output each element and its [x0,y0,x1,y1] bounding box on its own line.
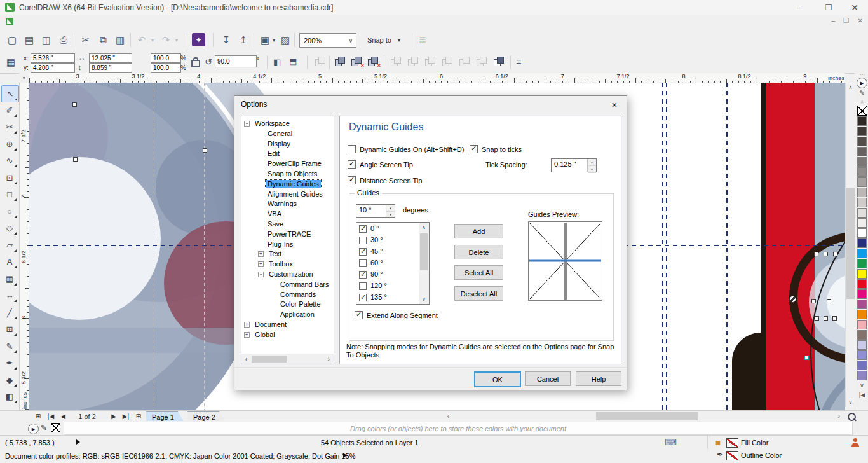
angle-list-item[interactable]: 90 ° [358,269,415,280]
scroll-left-icon[interactable]: ‹ [444,411,453,421]
user-account-icon[interactable] [850,438,860,447]
tree-item-color-palette[interactable]: Color Palette [241,300,334,309]
palette-swatch[interactable] [857,259,867,268]
palette-swatch[interactable] [857,188,867,197]
angle-list-scrollbar[interactable]: ∧ ∨ [419,223,429,304]
cut-icon[interactable]: ✂ [79,33,93,47]
selection-handle[interactable] [804,356,809,360]
doc-no-color-swatch[interactable] [51,423,60,432]
scroll-down-icon[interactable]: ∨ [846,397,855,407]
tree-item-workspace[interactable]: -Workspace [241,119,334,128]
tree-expander-icon[interactable]: - [258,272,264,277]
palette-swatch[interactable] [857,147,867,156]
new-document-icon[interactable]: ▢ [5,33,19,47]
guideline-vertical[interactable] [726,83,728,410]
palette-swatch[interactable] [857,218,867,228]
group-objects-icon[interactable] [334,57,346,67]
angle-scroll-up-icon[interactable]: ∧ [419,223,428,232]
angle-list-item[interactable]: 0 ° [358,223,415,235]
angle-checkbox[interactable] [359,282,367,290]
tree-item-edit[interactable]: Edit [241,149,334,158]
fill-tool[interactable]: ◆ [1,372,18,388]
options-icon[interactable]: ≣ [416,33,430,47]
outline-color-swatch[interactable] [726,451,738,460]
angle-list-item[interactable]: 60 ° [358,258,415,269]
degrees-field[interactable]: 10 ° ▲▼ [356,204,395,218]
tree-scroll-left-icon[interactable]: ‹ [241,354,251,364]
palette-swatch[interactable] [857,137,867,146]
angle-list-item[interactable]: 30 ° [358,235,415,246]
tree-item-vba[interactable]: VBA [241,209,334,219]
palette-swatch[interactable] [857,289,867,299]
document-palette-strip[interactable]: Drag colors (or objects) here to store t… [64,422,853,435]
tree-expander-icon[interactable]: + [244,322,250,328]
palette-swatch[interactable] [857,198,867,207]
tree-item-global[interactable]: +Global [241,330,334,340]
palette-swatch[interactable] [857,340,867,350]
palette-flyout-icon[interactable]: ▶ [28,424,39,434]
angle-scroll-thumb[interactable] [420,233,428,270]
palette-eyedropper-icon[interactable]: ✎ [855,89,868,99]
doc-close-button[interactable]: ✕ [858,17,863,24]
snap-to-dropdown[interactable]: Snap to ▾ [367,33,400,47]
zoom-tool[interactable]: ⊕ [1,136,18,152]
shape-tool[interactable]: ✐ [1,102,18,118]
delete-button[interactable]: Delete [454,245,503,259]
guideline-vertical[interactable] [204,83,205,410]
ellipse-tool[interactable]: ○ [1,204,18,219]
doc-minimize-button[interactable]: – [831,17,835,24]
dynamic-guides-on-checkbox[interactable] [348,145,356,153]
close-button[interactable]: ✕ [844,0,865,15]
angle-checkbox[interactable] [359,271,367,279]
tree-item-commands[interactable]: Commands [241,290,334,300]
tree-item-snap-to-objects[interactable]: Snap to Objects [241,169,334,179]
no-color-swatch[interactable] [857,106,867,116]
palette-swatch[interactable] [857,208,867,218]
connector-tool[interactable]: ╱ [1,305,18,321]
palette-swatch[interactable] [857,300,867,309]
launch-apps-icon[interactable]: ▣ [258,33,272,47]
ungroup-all-icon[interactable]: × [367,57,379,67]
scroll-up-icon[interactable]: ∧ [846,83,855,92]
interactive-fill-tool[interactable]: ◧ [1,389,18,404]
welcome-screen-icon[interactable]: ▨ [278,33,292,47]
tree-item-text[interactable]: +Text [241,249,334,259]
tree-item-save[interactable]: Save [241,219,334,229]
tree-item-document[interactable]: +Document [241,320,334,329]
pick-tool[interactable]: ↖ [1,85,19,102]
text-tool[interactable]: A [1,254,18,270]
undo-icon[interactable]: ↶ [135,33,149,47]
tree-expander-icon[interactable]: + [258,251,264,257]
rotation-angle-field[interactable]: 90.0 [215,55,257,67]
smart-fill-tool[interactable]: ⊡ [1,170,18,186]
last-page-icon[interactable]: ▶| [121,411,131,421]
lock-ratio-icon[interactable] [191,60,200,67]
application-launcher-icon[interactable]: ✦ [192,33,205,46]
angle-list-item[interactable]: 45 ° [358,246,415,258]
dialog-title-bar[interactable]: Options × [234,96,627,113]
palette-swatch[interactable] [857,371,867,380]
tree-horizontal-scrollbar[interactable]: ‹ › [241,354,334,364]
tree-item-application[interactable]: Application [241,310,334,319]
cancel-button[interactable]: Cancel [525,371,571,386]
keyboard-status-icon[interactable]: ⌨ [665,438,677,447]
profiles-expand-icon[interactable] [343,453,347,458]
guideline-vertical[interactable] [662,83,663,410]
tree-item-display[interactable]: Display [241,139,334,149]
add-page-icon[interactable]: ⊞ [33,411,43,421]
basic-shapes-tool[interactable]: ▱ [1,237,18,253]
palette-swatch[interactable] [857,279,867,289]
palette-swatch[interactable] [857,177,867,187]
selection-handle[interactable] [811,299,816,303]
tree-expander-icon[interactable]: - [244,121,250,127]
scroll-right-icon[interactable]: › [834,411,844,421]
angle-screen-tip-checkbox[interactable] [348,160,356,169]
angle-checkbox[interactable] [359,248,367,256]
rectangle-tool[interactable]: □ [1,186,18,202]
selection-handle[interactable] [832,316,837,321]
angle-scroll-down-icon[interactable]: ∨ [419,294,428,304]
selection-handle[interactable] [814,252,818,256]
help-button[interactable]: Help [576,371,621,386]
redo-icon[interactable]: ↷ [159,33,173,47]
freehand-tool[interactable]: ∿ [1,153,18,169]
